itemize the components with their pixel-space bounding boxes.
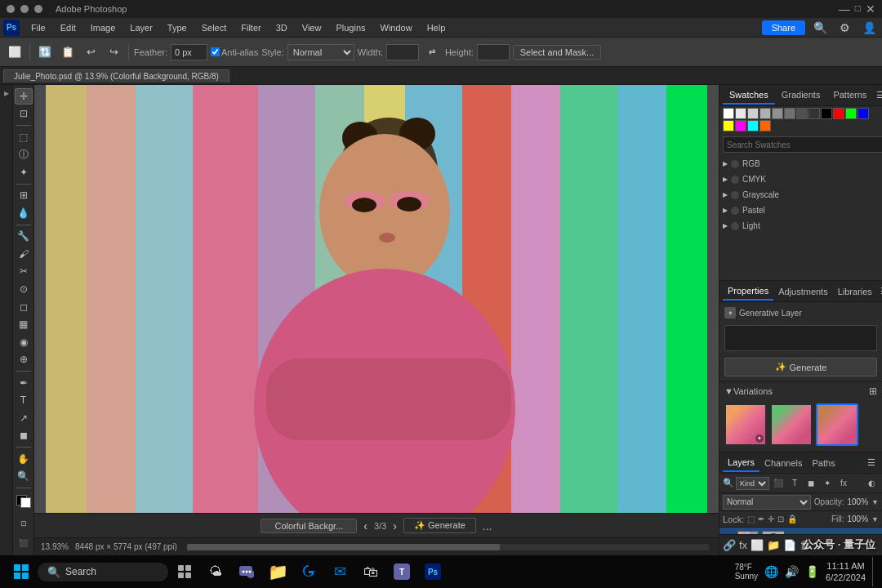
edge-button[interactable] [294,557,323,586]
shape-filter-icon[interactable]: ◼ [804,476,818,491]
menu-help[interactable]: Help [421,21,452,34]
tab-channels[interactable]: Channels [760,455,807,471]
menu-image[interactable]: Image [84,21,122,34]
opacity-arrow-icon[interactable]: ▼ [871,498,879,506]
next-variation-button[interactable]: › [393,519,397,532]
rgb-group-header[interactable]: ▶ RGB [723,158,879,170]
menu-3d[interactable]: 3D [270,21,294,34]
tool-eraser[interactable]: ◻ [15,299,33,315]
tool-path[interactable]: ↗ [15,410,33,426]
properties-panel-icons[interactable]: ☰ [877,284,882,299]
tool-spot-heal[interactable]: 🔧 [15,229,33,245]
swatch-red[interactable] [833,108,844,119]
height-input[interactable] [477,44,510,60]
blend-mode-select[interactable]: Normal [723,495,811,510]
variations-toggle-icon[interactable]: ▼ [724,386,733,396]
grayscale-group-header[interactable]: ▶ Grayscale [723,189,879,201]
tool-quick-mask[interactable]: ⊡ [15,514,33,532]
tab-properties[interactable]: Properties [723,283,773,301]
task-view-button[interactable] [170,557,199,586]
variation-thumb-3[interactable] [816,403,858,446]
pixel-filter-icon[interactable]: ⬛ [771,476,786,491]
swatch-gray1[interactable] [760,108,771,119]
swatch-ltgray1[interactable] [735,108,746,119]
toggle-filter-icon[interactable]: ◐ [864,476,879,491]
network-icon[interactable]: 🌐 [764,565,778,578]
toolbar-btn-2[interactable]: 📋 [58,42,78,62]
lock-position-icon[interactable]: ✛ [768,514,774,523]
foreground-background-color[interactable] [16,495,31,508]
text-filter-icon[interactable]: T [787,476,802,491]
swatch-dgray1[interactable] [784,108,795,119]
system-clock[interactable]: 11:11 AM 6/22/2024 [826,560,866,584]
swatch-white[interactable] [723,108,734,119]
doc-tab-item[interactable]: Julie_Photo.psd @ 13.9% (Colorful Backgr… [3,69,229,82]
swatch-orange[interactable] [760,120,771,131]
tool-artboard[interactable]: ⊡ [15,106,33,122]
prev-variation-button[interactable]: ‹ [363,519,368,532]
lock-artboard-icon[interactable]: ⊡ [777,514,784,523]
tool-history[interactable]: ⊙ [15,281,33,297]
search-layers-icon[interactable]: 🔍 [723,478,734,488]
tab-patterns[interactable]: Patterns [826,87,873,105]
variation-thumb-1[interactable]: ✦ [724,403,767,446]
more-options-button[interactable]: ... [483,519,492,532]
tool-gradient[interactable]: ▦ [15,316,33,332]
tool-zoom[interactable]: 🔍 [15,469,33,485]
swatch-ltgray2[interactable] [747,108,759,119]
tab-adjustments[interactable]: Adjustments [773,283,833,300]
menu-layer[interactable]: Layer [123,21,159,34]
minimize-icon[interactable]: — [839,2,850,16]
layers-panel-menu[interactable]: ☰ [864,456,879,470]
layer-row-colorful-bg[interactable]: 👁 [719,528,882,534]
tool-brush[interactable]: 🖌 [15,246,33,262]
layer-kind-select[interactable]: Kind [736,477,769,490]
pastel-group-header[interactable]: ▶ Pastel [723,204,879,216]
tab-paths[interactable]: Paths [808,455,840,471]
toolbar-btn-4[interactable]: ↪ [104,42,123,62]
battery-icon[interactable]: 🔋 [805,565,819,578]
share-button[interactable]: Share [762,20,805,35]
cmyk-group-header[interactable]: ▶ CMYK [723,173,879,185]
swatch-green[interactable] [845,108,857,119]
os-win-controls[interactable]: — □ ✕ [839,2,875,16]
background-color[interactable] [20,497,31,508]
taskbar-search[interactable]: 🔍 Search [38,563,168,581]
menu-filter[interactable]: Filter [234,21,267,34]
swatches-search-input[interactable] [723,136,882,153]
tool-hand[interactable]: ✋ [15,451,33,467]
swap-wh-icon[interactable]: ⇄ [422,42,442,62]
lock-draw-icon[interactable]: ✒ [758,514,764,523]
tool-crop[interactable]: ⊞ [15,188,33,204]
menu-select[interactable]: Select [195,21,234,34]
photoshop-button[interactable]: Ps [418,557,448,586]
show-desktop-button[interactable] [872,557,875,586]
generate-button[interactable]: ✨ Generate [403,518,476,533]
tab-layers[interactable]: Layers [723,454,760,472]
teams-button[interactable]: T [387,557,416,586]
light-group-header[interactable]: ▶ Light [723,220,879,232]
weather-widget[interactable]: 78°F Sunny [735,563,758,581]
tool-text[interactable]: T [15,393,33,409]
lock-checkerboard-icon[interactable]: ⬚ [747,514,755,523]
tool-eyedropper[interactable]: 💧 [15,205,33,221]
swatch-magenta[interactable] [735,120,746,131]
tool-magic-wand[interactable]: ✦ [15,164,33,180]
variation-thumb-2[interactable] [770,403,813,446]
swatch-dgray2[interactable] [796,108,808,119]
tool-shape[interactable]: ◼ [15,428,33,444]
tool-screen-mode[interactable]: ⬛ [15,534,33,552]
menu-window[interactable]: Window [374,21,419,34]
swatches-panel-menu[interactable]: ☰ [873,88,882,103]
file-explorer-button[interactable]: 📁 [263,557,292,586]
store-button[interactable]: 🛍 [356,557,385,586]
user-icon[interactable]: 👤 [859,18,879,38]
effect-filter-icon[interactable]: fx [836,476,851,491]
tool-move[interactable]: ✛ [15,88,33,105]
smart-filter-icon[interactable]: ✦ [820,476,835,491]
max-btn[interactable] [34,5,42,13]
menu-view[interactable]: View [296,21,328,34]
tab-libraries[interactable]: Libraries [833,283,877,300]
width-input[interactable] [386,44,419,60]
select-mask-button[interactable]: Select and Mask... [513,45,602,60]
